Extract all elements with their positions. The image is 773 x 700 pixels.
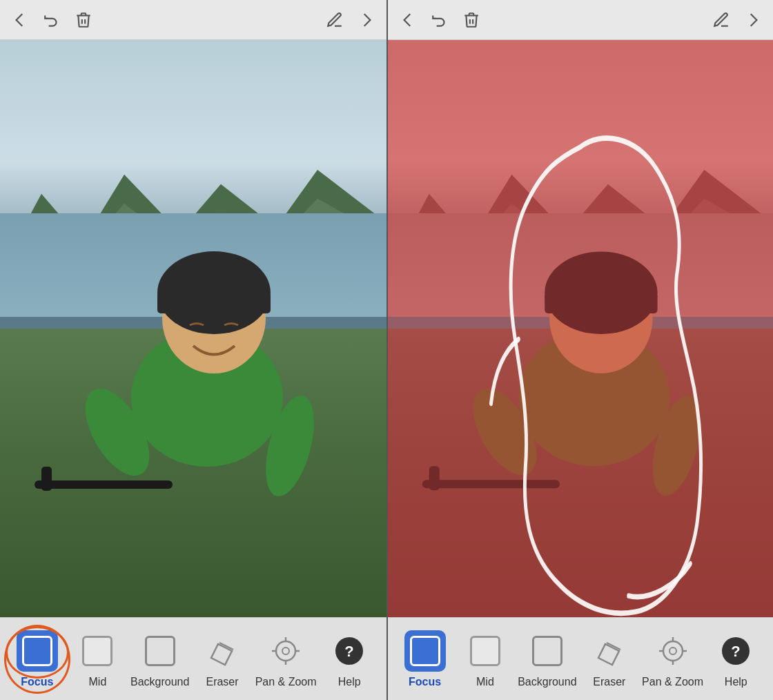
right-bg-square-icon	[532, 636, 562, 666]
right-toolbar-right	[712, 11, 762, 29]
left-tool-focus[interactable]: Focus	[10, 630, 65, 688]
left-image-area	[0, 40, 386, 617]
svg-point-32	[663, 641, 683, 661]
right-focus-square-icon	[410, 636, 440, 666]
right-help-label: Help	[725, 676, 747, 688]
chevron-left-icon	[11, 11, 29, 29]
drawing-strokes	[388, 40, 773, 617]
chevron-right-icon-right	[744, 11, 762, 29]
right-back-button[interactable]	[399, 11, 417, 29]
chevron-right-icon	[358, 11, 375, 29]
left-undo-button[interactable]	[43, 11, 61, 29]
left-back-button[interactable]	[11, 11, 29, 29]
left-toolbar-right	[326, 11, 375, 29]
left-delete-button[interactable]	[75, 11, 92, 29]
svg-point-12	[276, 641, 295, 661]
trash-icon-right	[462, 11, 480, 29]
left-bg-label: Background	[130, 676, 189, 688]
right-tool-eraser[interactable]: Eraser	[582, 630, 637, 688]
eraser-icon	[207, 636, 237, 666]
svg-text:?: ?	[344, 643, 353, 660]
svg-point-33	[669, 648, 676, 654]
right-focus-icon-wrap	[404, 630, 446, 672]
right-tool-mid[interactable]: Mid	[458, 630, 513, 688]
undo-icon-right	[431, 11, 449, 29]
right-undo-button[interactable]	[431, 11, 449, 29]
left-tool-background[interactable]: Background	[130, 630, 189, 688]
pencil-icon-right	[712, 11, 730, 29]
right-tool-help[interactable]: ? Help	[708, 630, 763, 688]
right-forward-button[interactable]	[744, 11, 762, 29]
right-toolbar	[388, 0, 773, 40]
right-tool-focus[interactable]: Focus	[398, 630, 453, 688]
left-mid-label: Mid	[89, 676, 107, 688]
left-help-icon-wrap: ?	[329, 630, 370, 672]
right-panel: Focus Mid Background	[386, 0, 773, 700]
right-image-area	[388, 40, 773, 617]
left-mid-icon-wrap	[77, 630, 118, 672]
help-icon: ?	[334, 636, 364, 666]
trash-icon	[75, 11, 92, 29]
help-icon-right: ?	[721, 636, 751, 666]
pan-zoom-icon	[271, 636, 301, 666]
pencil-icon	[326, 11, 344, 29]
left-help-label: Help	[338, 676, 361, 688]
right-tool-background[interactable]: Background	[518, 630, 576, 688]
right-eraser-icon-wrap	[589, 630, 630, 672]
right-mid-square-icon	[470, 636, 500, 666]
left-focus-icon-wrap	[17, 630, 58, 672]
svg-rect-9	[41, 467, 52, 491]
chevron-left-icon-right	[399, 11, 417, 29]
left-tool-panzoom[interactable]: Pan & Zoom	[255, 630, 317, 688]
eraser-icon-right	[594, 636, 625, 666]
left-panzoom-label: Pan & Zoom	[255, 676, 317, 688]
mid-square-icon	[82, 636, 112, 666]
left-bottom-toolbar: Focus Mid Background	[0, 617, 386, 700]
right-bg-label: Background	[518, 676, 576, 688]
right-focus-label: Focus	[409, 676, 441, 688]
svg-rect-5	[157, 293, 271, 313]
left-forward-button[interactable]	[358, 11, 375, 29]
left-tool-eraser[interactable]: Eraser	[195, 630, 250, 688]
right-tool-panzoom[interactable]: Pan & Zoom	[642, 630, 703, 688]
svg-rect-8	[35, 480, 173, 489]
right-eraser-label: Eraser	[593, 676, 625, 688]
right-mid-icon-wrap	[464, 630, 506, 672]
right-edit-button[interactable]	[712, 11, 730, 29]
left-panzoom-icon-wrap	[265, 630, 306, 672]
left-toolbar-left	[11, 11, 92, 29]
left-photo-scene	[0, 40, 386, 617]
undo-icon	[43, 11, 61, 29]
left-tool-help[interactable]: ? Help	[322, 630, 377, 688]
app-container: Focus Mid Background	[0, 0, 773, 700]
child-svg-left	[0, 40, 386, 617]
svg-point-13	[282, 648, 289, 654]
left-panel: Focus Mid Background	[0, 0, 386, 700]
svg-text:?: ?	[732, 643, 741, 660]
right-delete-button[interactable]	[462, 11, 480, 29]
left-eraser-label: Eraser	[206, 676, 238, 688]
left-eraser-icon-wrap	[202, 630, 243, 672]
left-bg-icon-wrap	[139, 630, 181, 672]
right-mid-label: Mid	[476, 676, 494, 688]
left-edit-button[interactable]	[326, 11, 344, 29]
right-bg-icon-wrap	[527, 630, 568, 672]
focus-square-icon	[22, 636, 52, 666]
left-tool-mid[interactable]: Mid	[70, 630, 125, 688]
right-panzoom-label: Pan & Zoom	[642, 676, 703, 688]
left-toolbar	[0, 0, 386, 40]
bg-square-icon	[145, 636, 175, 666]
right-photo-scene	[388, 40, 773, 617]
right-panzoom-icon-wrap	[652, 630, 694, 672]
right-bottom-toolbar: Focus Mid Background	[388, 617, 773, 700]
right-toolbar-left	[399, 11, 480, 29]
pan-zoom-icon-right	[658, 636, 688, 666]
right-help-icon-wrap: ?	[715, 630, 756, 672]
left-focus-label: Focus	[21, 676, 53, 688]
child-overlay-left	[0, 40, 386, 617]
